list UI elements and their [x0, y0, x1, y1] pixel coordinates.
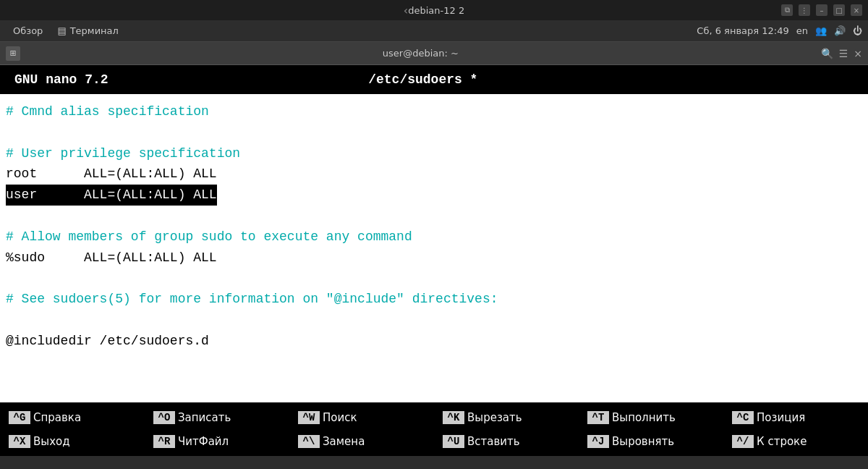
nano-cmd-position[interactable]: ^C Позиция [723, 410, 868, 426]
nano-cmd-cut[interactable]: ^K Вырезать [434, 410, 579, 426]
key-ctrl-g: ^G [9, 411, 30, 424]
nano-cmd-search[interactable]: ^W Поиск [289, 410, 434, 426]
nano-version: GNU nano 7.2 [14, 72, 109, 87]
editor-line-5: user ALL=(ALL:ALL) ALL [6, 185, 862, 206]
window-tile-btn[interactable]: ⧉ [781, 4, 793, 16]
power-icon[interactable]: ⏻ [853, 25, 862, 36]
tab-bar: ⊞ user@debian: ~ 🔍 ☰ × [0, 42, 868, 65]
datetime-display: Сб, 6 января 12:49 [697, 25, 788, 36]
key-ctrl-t: ^T [587, 411, 609, 424]
search-icon[interactable]: 🔍 [821, 48, 833, 59]
cmd-exit-label: Выход [33, 435, 70, 448]
cmd-replace-label: Замена [323, 435, 365, 448]
window-title: debian-12 2 [408, 5, 464, 16]
title-bar: ‹ debian-12 2 ⧉ ⋮ – □ × [0, 0, 868, 20]
nano-cmd-justify[interactable]: ^J Выровнять [579, 434, 723, 449]
cmd-readfile-label: ЧитФайл [178, 435, 229, 448]
language-indicator: en [796, 25, 808, 36]
key-ctrl-slash: ^/ [732, 435, 754, 448]
cmd-paste-label: Вставить [467, 435, 520, 448]
address-bar: user@debian: ~ [26, 48, 815, 59]
editor-line-12: @includedir /etc/sudoers.d [6, 331, 862, 352]
editor-line-3: # User privilege specification [6, 143, 862, 164]
editor-line-7: # Allow members of group sudo to execute… [6, 227, 862, 248]
nano-cmd-help[interactable]: ^G Справка [0, 410, 145, 426]
nano-editor: GNU nano 7.2 /etc/sudoers * # Cmnd alias… [0, 65, 868, 456]
key-ctrl-x: ^X [9, 435, 30, 448]
editor-line-8: %sudo ALL=(ALL:ALL) ALL [6, 248, 862, 269]
key-ctrl-j: ^J [587, 435, 609, 448]
editor-line-2 [6, 122, 862, 143]
key-ctrl-w: ^W [298, 411, 320, 424]
close-tab-icon[interactable]: × [854, 48, 862, 59]
cmd-write-label: Записать [178, 411, 231, 424]
key-ctrl-u: ^U [443, 435, 464, 448]
nano-cmd-execute[interactable]: ^T Выполнить [579, 410, 723, 426]
volume-icon: 🔊 [834, 25, 846, 36]
menu-overview-label: Обзор [13, 25, 43, 36]
key-ctrl-c: ^C [732, 411, 754, 424]
cmd-help-label: Справка [33, 411, 81, 424]
menu-terminal-label: Терминал [70, 25, 119, 36]
editor-area[interactable]: # Cmnd alias specification # User privil… [0, 94, 868, 402]
key-ctrl-k: ^K [443, 411, 464, 424]
highlighted-user-line: user ALL=(ALL:ALL) ALL [6, 185, 217, 206]
key-ctrl-o: ^O [153, 411, 175, 424]
nano-cmd-paste[interactable]: ^U Вставить [434, 434, 579, 449]
editor-line-1: # Cmnd alias specification [6, 101, 862, 122]
terminal-icon: ▤ [57, 25, 66, 36]
editor-line-6 [6, 206, 862, 227]
editor-line-10: # See sudoers(5) for more information on… [6, 289, 862, 310]
window-maximize-btn[interactable]: □ [833, 4, 845, 16]
editor-line-11 [6, 310, 862, 331]
tab-back-btn[interactable]: ⊞ [6, 46, 20, 61]
menu-icon[interactable]: ☰ [839, 48, 848, 59]
menu-item-terminal[interactable]: ▤ Терминал [50, 22, 126, 39]
cmd-cut-label: Вырезать [467, 411, 522, 424]
nano-bottombar: ^G Справка ^O Записать ^W Поиск ^K Вырез… [0, 402, 868, 456]
users-icon: 👥 [815, 25, 827, 36]
menu-item-overview[interactable]: Обзор [6, 22, 50, 39]
cmd-execute-label: Выполнить [612, 411, 676, 424]
nano-cmd-readfile[interactable]: ^R ЧитФайл [145, 434, 289, 449]
cmd-search-label: Поиск [323, 411, 357, 424]
menu-bar: Обзор ▤ Терминал Сб, 6 января 12:49 en 👥… [0, 20, 868, 42]
window-close-btn[interactable]: × [851, 4, 862, 16]
tab-bar-actions: 🔍 ☰ × [821, 48, 862, 59]
window-menu-btn[interactable]: ⋮ [799, 4, 810, 16]
nano-cmd-goto[interactable]: ^/ К строке [723, 434, 868, 449]
menu-bar-right: Сб, 6 января 12:49 en 👥 🔊 ⏻ [697, 25, 862, 36]
nano-cmd-replace[interactable]: ^\ Замена [289, 434, 434, 449]
nano-titlebar: GNU nano 7.2 /etc/sudoers * [0, 65, 868, 94]
editor-line-4: root ALL=(ALL:ALL) ALL [6, 164, 862, 185]
window-minimize-btn[interactable]: – [816, 4, 827, 16]
cmd-goto-label: К строке [757, 435, 807, 448]
cmd-position-label: Позиция [757, 411, 805, 424]
editor-line-9 [6, 268, 862, 289]
nano-filename: /etc/sudoers * [368, 72, 477, 87]
window-controls: ⧉ ⋮ – □ × [781, 4, 862, 16]
key-ctrl-r: ^R [153, 435, 175, 448]
key-ctrl-backslash: ^\ [298, 435, 320, 448]
nano-cmd-write[interactable]: ^O Записать [145, 410, 289, 426]
cmd-justify-label: Выровнять [612, 435, 674, 448]
nano-cmd-exit[interactable]: ^X Выход [0, 434, 145, 449]
